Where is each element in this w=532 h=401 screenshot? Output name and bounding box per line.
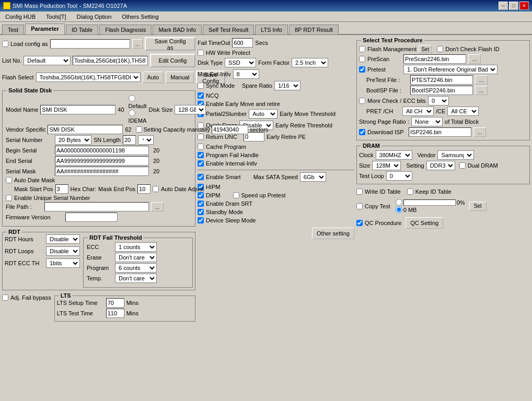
- enable-unique-serial-checkbox[interactable]: [6, 195, 12, 201]
- copy-radio-1[interactable]: [396, 199, 402, 206]
- menu-tools[interactable]: Tools[T]: [43, 13, 70, 20]
- dipm-checkbox[interactable]: [198, 192, 204, 198]
- prescan-checkbox[interactable]: [359, 56, 365, 62]
- dram-size-select[interactable]: 128M: [372, 161, 401, 170]
- pretest-file-input[interactable]: [410, 75, 473, 85]
- boot-isp-file-browse[interactable]: ...: [475, 86, 488, 95]
- qc-procedure-checkbox[interactable]: [356, 220, 363, 226]
- mask-start-pos-input[interactable]: [55, 184, 68, 194]
- auto-date-adjust-checkbox[interactable]: [153, 186, 159, 192]
- maximize-button[interactable]: □: [509, 2, 518, 10]
- close-button[interactable]: ✕: [519, 2, 529, 10]
- disk-size-select[interactable]: 128 GB: [175, 105, 206, 114]
- tab-test[interactable]: Test: [2, 25, 24, 34]
- pretest-checkbox[interactable]: [359, 66, 365, 73]
- vendor-select[interactable]: Samsung: [437, 150, 474, 160]
- more-check-ecc-select[interactable]: 0: [428, 96, 449, 105]
- strong-page-ratio-select[interactable]: None: [411, 117, 443, 126]
- sn-length-input[interactable]: [123, 135, 136, 145]
- pretest-select[interactable]: 1. Don't Reference Original Bad: [403, 65, 498, 74]
- other-setting-button[interactable]: Other setting: [312, 228, 354, 239]
- firmware-version-input[interactable]: [65, 213, 118, 222]
- auto-date-mask-checkbox[interactable]: [6, 177, 12, 183]
- ce-select[interactable]: All CE: [447, 107, 479, 116]
- load-config-checkbox[interactable]: [2, 41, 8, 47]
- load-config-input[interactable]: [50, 39, 130, 49]
- rdt-loops-select[interactable]: Disable: [46, 246, 80, 256]
- rdt-hours-select[interactable]: Disable: [46, 234, 80, 244]
- load-config-browse[interactable]: ...: [132, 39, 143, 49]
- menu-config-hub[interactable]: Config HUB: [2, 13, 39, 20]
- lts-test-time-input[interactable]: [106, 309, 124, 318]
- file-path-input[interactable]: [44, 202, 149, 211]
- keep-id-table-checkbox[interactable]: [407, 188, 413, 195]
- prescan-input[interactable]: [403, 54, 466, 64]
- file-path-browse[interactable]: ...: [151, 202, 164, 211]
- program-select[interactable]: 6 counts: [115, 263, 157, 273]
- flash-select-dropdown[interactable]: Toshiba,256Gbit(16K),TH58TFG8DDLTA2D: [36, 73, 141, 82]
- menu-others-setting[interactable]: Others Setting: [119, 13, 161, 20]
- spare-ratio-select[interactable]: 1/16: [274, 81, 300, 90]
- end-serial-input[interactable]: [55, 156, 149, 166]
- idema-radio[interactable]: [129, 110, 135, 116]
- tab-self-test-result[interactable]: Self Test Result: [203, 25, 254, 34]
- tab-flash-diagnosis[interactable]: Flash Diagnosis: [99, 25, 152, 34]
- temp-select[interactable]: Don't care: [115, 274, 157, 283]
- tab-8p-rdt-result[interactable]: 8P RDT Result: [289, 25, 339, 34]
- flash-management-set-button[interactable]: Set: [419, 45, 432, 53]
- edit-config-button[interactable]: Edit Config: [150, 54, 195, 67]
- mask-end-pos-input[interactable]: [137, 184, 151, 194]
- pret-ch-select[interactable]: All CH: [402, 107, 434, 116]
- cache-program-checkbox[interactable]: [198, 144, 204, 150]
- ecc-select[interactable]: 1 counts: [115, 242, 157, 252]
- dont-check-flash-id-checkbox[interactable]: [437, 46, 443, 52]
- download-isp-browse[interactable]: ...: [473, 127, 486, 137]
- device-sleep-mode-checkbox[interactable]: [198, 217, 204, 223]
- minimize-button[interactable]: ─: [499, 2, 508, 10]
- setting-capacity-checkbox[interactable]: [136, 126, 142, 133]
- enable-internal-intlv-checkbox[interactable]: [198, 160, 204, 167]
- return-unc-checkbox[interactable]: [198, 134, 204, 140]
- erase-select[interactable]: Don't care: [115, 253, 157, 262]
- enable-dram-srt-checkbox[interactable]: [198, 200, 204, 207]
- max-ext-intlv-select[interactable]: 8: [233, 69, 259, 79]
- menu-dialog-option[interactable]: Dialog Option: [74, 13, 115, 20]
- adj-fail-bypass-checkbox[interactable]: [2, 294, 8, 301]
- flash-management-checkbox[interactable]: [359, 46, 365, 52]
- ncq-checkbox[interactable]: [198, 92, 204, 99]
- vendor-specific-input[interactable]: [48, 125, 123, 134]
- tab-mark-bad-info[interactable]: Mark BAD Info: [153, 25, 202, 34]
- disk-type-select[interactable]: SSD: [225, 58, 256, 67]
- max-sata-speed-select[interactable]: 6Gb: [300, 172, 326, 182]
- serial-number-select[interactable]: 20 Bytes: [55, 135, 91, 145]
- tab-lts-info[interactable]: LTS Info: [255, 25, 288, 34]
- model-name-input[interactable]: [40, 105, 115, 114]
- sync-mode-checkbox[interactable]: [198, 82, 204, 89]
- qc-setting-button[interactable]: QC Setting: [406, 217, 443, 229]
- enable-smart-checkbox[interactable]: [198, 174, 204, 180]
- auto-button[interactable]: Auto: [143, 72, 164, 83]
- fail-timeout-input[interactable]: [232, 38, 253, 48]
- begin-serial-input[interactable]: [55, 146, 149, 155]
- standby-mode-checkbox[interactable]: [198, 209, 204, 215]
- dual-dram-checkbox[interactable]: [459, 162, 466, 169]
- pretest-file-browse[interactable]: ...: [475, 75, 488, 85]
- dram-setting-select[interactable]: DDR3: [426, 161, 455, 170]
- copy-test-checkbox[interactable]: [356, 203, 363, 209]
- rdt-ecc-th-select[interactable]: 1bits: [46, 258, 80, 268]
- list-no-select[interactable]: Default: [24, 56, 71, 65]
- tab-parameter[interactable]: Parameter: [25, 23, 65, 34]
- sn-length-dropdown[interactable]: ▼: [138, 135, 154, 145]
- form-factor-select[interactable]: 2.5 Inch: [292, 58, 328, 67]
- save-config-as-button[interactable]: Save Config as: [145, 37, 195, 51]
- clock-select[interactable]: 380MHZ: [376, 150, 412, 160]
- download-isp-checkbox[interactable]: [359, 129, 365, 135]
- download-isp-input[interactable]: [409, 127, 471, 137]
- manual-button[interactable]: Manual: [166, 72, 194, 83]
- boot-isp-file-input[interactable]: [410, 86, 473, 95]
- prescan-browse[interactable]: ...: [468, 54, 481, 64]
- copy-test-set-button[interactable]: Set: [469, 202, 487, 211]
- test-loop-select[interactable]: 0: [386, 171, 412, 181]
- partial2slumber-select[interactable]: Auto: [249, 109, 277, 119]
- hw-write-protect-checkbox[interactable]: [198, 50, 204, 56]
